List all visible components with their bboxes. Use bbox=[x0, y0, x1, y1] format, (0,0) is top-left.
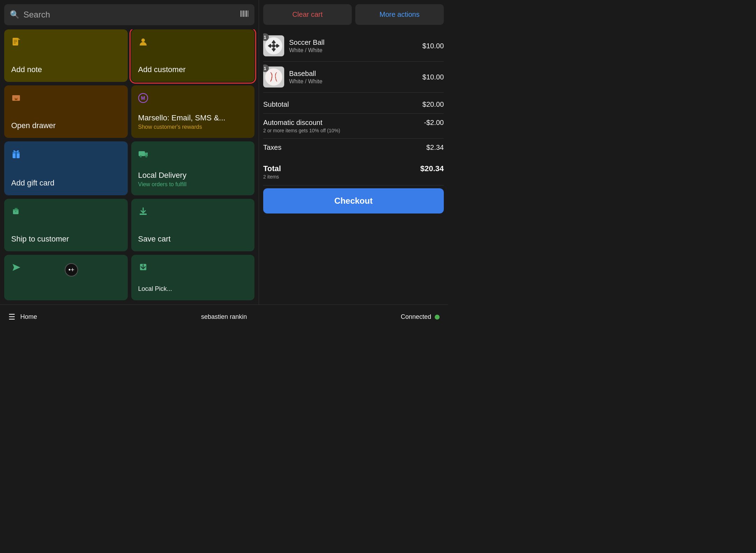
taxes-value: $2.34 bbox=[426, 144, 444, 152]
hamburger-icon[interactable]: ☰ bbox=[8, 313, 15, 322]
subtotal-value: $20.00 bbox=[422, 100, 444, 108]
item-variant-baseball: White / White bbox=[289, 78, 418, 85]
note-icon bbox=[11, 37, 121, 49]
add-customer-label: Add customer bbox=[138, 65, 248, 74]
floating-dot-button[interactable]: •+ bbox=[65, 263, 78, 276]
drawer-icon bbox=[11, 93, 121, 105]
svg-point-19 bbox=[140, 155, 142, 158]
discount-row: Automatic discount 2 or more items gets … bbox=[263, 114, 444, 139]
local-pickup-label: Local Pick... bbox=[138, 285, 248, 293]
search-icon: 🔍 bbox=[10, 10, 19, 19]
cart-item-soccer-ball[interactable]: 1 Soccer Ball White / Wh bbox=[263, 30, 444, 62]
truck-icon bbox=[138, 149, 248, 161]
grid-container: Add note Add customer bbox=[0, 29, 259, 304]
grid-item-ship-to-customer[interactable]: Ship to customer bbox=[4, 199, 128, 251]
total-label: Total bbox=[263, 164, 281, 173]
bottom-bar: ☰ Home sebastien rankin Connected bbox=[0, 304, 448, 329]
svg-rect-0 bbox=[240, 10, 241, 17]
item-info-baseball: Baseball White / White bbox=[289, 70, 418, 85]
grid-item-save-cart[interactable]: Save cart bbox=[131, 199, 255, 251]
marsello-sublabel: Show customer's rewards bbox=[138, 124, 248, 130]
save-cart-label: Save cart bbox=[138, 234, 248, 244]
grid-item-add-gift-card[interactable]: Add gift card bbox=[4, 141, 128, 196]
bottom-left: ☰ Home bbox=[8, 313, 78, 322]
clear-cart-button[interactable]: Clear cart bbox=[263, 4, 352, 25]
svg-rect-7 bbox=[14, 40, 17, 41]
marsello-label: Marsello: Email, SMS &... bbox=[138, 113, 248, 122]
item-info-soccer: Soccer Ball White / White bbox=[289, 38, 418, 54]
home-label[interactable]: Home bbox=[20, 313, 37, 321]
left-panel: 🔍 bbox=[0, 0, 259, 304]
svg-rect-1 bbox=[242, 10, 243, 17]
svg-rect-18 bbox=[139, 151, 145, 156]
svg-point-20 bbox=[145, 155, 147, 158]
discount-sublabel: 2 or more items gets 10% off (10%) bbox=[263, 128, 340, 133]
svg-point-31 bbox=[272, 44, 275, 48]
pickup-icon bbox=[138, 262, 248, 275]
marsello-icon: M bbox=[138, 93, 148, 103]
item-image-wrap-soccer: 1 bbox=[263, 35, 284, 56]
svg-rect-5 bbox=[248, 10, 248, 17]
total-value: $20.34 bbox=[420, 164, 444, 173]
item-variant-soccer: White / White bbox=[289, 47, 418, 54]
svg-point-11 bbox=[141, 38, 145, 42]
svg-rect-22 bbox=[13, 209, 19, 211]
item-name-baseball: Baseball bbox=[289, 70, 418, 78]
grid-item-marsello[interactable]: M Marsello: Email, SMS &... Show custome… bbox=[131, 85, 255, 138]
bottom-center: sebastien rankin bbox=[78, 313, 370, 321]
grid-item-open-drawer[interactable]: Open drawer bbox=[4, 85, 128, 138]
cart-items: 1 Soccer Ball White / Wh bbox=[263, 30, 444, 300]
grid-item-local-delivery[interactable]: Local Delivery View orders to fulfill bbox=[131, 141, 255, 196]
item-name-soccer: Soccer Ball bbox=[289, 38, 418, 47]
action-buttons: Clear cart More actions bbox=[263, 4, 444, 25]
local-delivery-label: Local Delivery bbox=[138, 171, 248, 180]
total-sublabel: 2 items bbox=[263, 174, 281, 180]
search-input[interactable] bbox=[23, 10, 236, 20]
open-drawer-label: Open drawer bbox=[11, 121, 121, 130]
checkout-button[interactable]: Checkout bbox=[263, 188, 444, 214]
svg-rect-17 bbox=[15, 152, 17, 158]
svg-rect-8 bbox=[14, 41, 17, 42]
save-icon bbox=[138, 206, 248, 219]
svg-rect-9 bbox=[14, 43, 16, 43]
total-row: Total 2 items $20.34 bbox=[263, 159, 444, 186]
gift-icon bbox=[11, 149, 121, 161]
bottom-right: Connected bbox=[370, 313, 440, 321]
local-delivery-sublabel: View orders to fulfill bbox=[138, 181, 248, 188]
item-image-wrap-baseball: 1 bbox=[263, 66, 284, 88]
grid-item-add-customer[interactable]: Add customer bbox=[131, 29, 255, 82]
person-icon bbox=[138, 37, 248, 49]
item-price-baseball: $10.00 bbox=[422, 73, 444, 81]
discount-value: -$2.00 bbox=[424, 119, 444, 127]
add-gift-card-label: Add gift card bbox=[11, 178, 121, 188]
svg-marker-24 bbox=[13, 264, 20, 271]
taxes-row: Taxes $2.34 bbox=[263, 139, 444, 156]
summary-section: Subtotal $20.00 Automatic discount 2 or … bbox=[263, 93, 444, 159]
grid-item-send[interactable] bbox=[4, 255, 128, 300]
search-bar[interactable]: 🔍 bbox=[4, 4, 254, 25]
connected-dot bbox=[435, 315, 440, 320]
add-note-label: Add note bbox=[11, 65, 121, 74]
svg-marker-10 bbox=[18, 38, 20, 40]
svg-rect-2 bbox=[243, 10, 244, 17]
barcode-icon bbox=[240, 9, 249, 20]
subtotal-label: Subtotal bbox=[263, 100, 289, 108]
more-actions-button[interactable]: More actions bbox=[355, 4, 444, 25]
svg-rect-23 bbox=[140, 214, 147, 215]
subtotal-row: Subtotal $20.00 bbox=[263, 96, 444, 114]
right-panel: Clear cart More actions 1 bbox=[259, 0, 448, 304]
item-price-soccer: $10.00 bbox=[422, 42, 444, 50]
grid-item-local-pickup[interactable]: Local Pick... bbox=[131, 255, 255, 300]
dot-plus-icon: •+ bbox=[69, 266, 75, 274]
discount-label: Automatic discount bbox=[263, 119, 340, 127]
svg-rect-13 bbox=[12, 95, 20, 98]
ship-to-customer-label: Ship to customer bbox=[11, 234, 121, 244]
svg-rect-4 bbox=[246, 10, 247, 17]
connected-label: Connected bbox=[401, 313, 431, 321]
taxes-label: Taxes bbox=[263, 144, 281, 152]
user-label: sebastien rankin bbox=[201, 313, 247, 320]
cart-item-baseball[interactable]: 1 bbox=[263, 62, 444, 93]
ship-icon bbox=[11, 206, 121, 219]
svg-rect-3 bbox=[245, 10, 246, 17]
grid-item-add-note[interactable]: Add note bbox=[4, 29, 128, 82]
